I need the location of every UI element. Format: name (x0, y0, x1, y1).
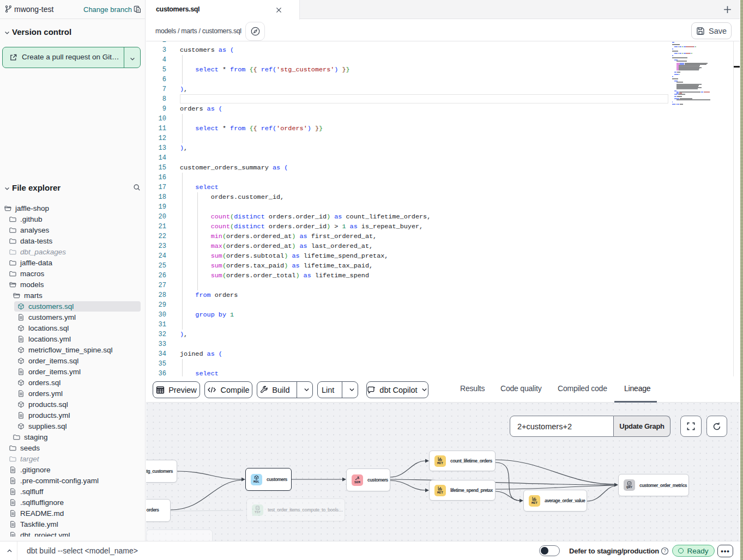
svg-text:?: ? (663, 548, 666, 553)
